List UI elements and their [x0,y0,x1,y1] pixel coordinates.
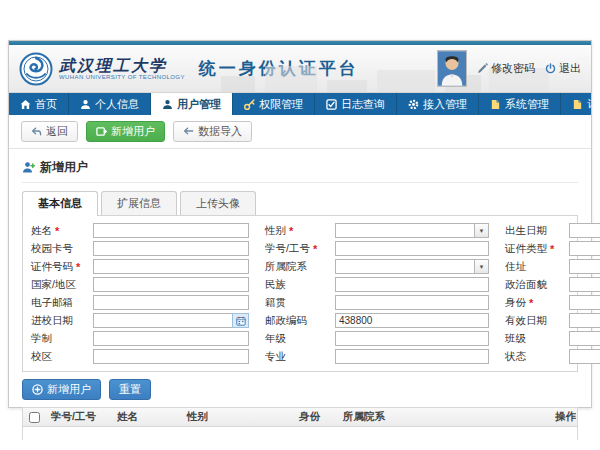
nav-item-user-management[interactable]: 用户管理 [151,93,233,115]
calendar-icon[interactable] [232,313,249,328]
tab-upload-avatar[interactable]: 上传头像 [180,191,256,215]
required-asterisk: * [289,225,293,237]
field-label: 性别* [265,224,335,238]
field-label: 班级 [505,332,569,346]
field-label: 住址 [505,260,569,274]
select-all-checkbox[interactable] [29,412,40,423]
tab-extended-info[interactable]: 扩展信息 [101,191,177,215]
nav-label: 个人信息 [95,97,139,112]
id-type-input[interactable] [569,241,600,256]
users-table: 学号/工号 姓名 性别 身份 所属院系 操作 [22,407,578,440]
required-asterisk: * [76,261,80,273]
col-gender: 性别 [183,410,295,424]
form-actions: 新增用户 重置 [22,379,578,400]
add-user-icon [22,161,35,174]
data-import-button[interactable]: 数据导入 [173,121,252,142]
gear-icon [408,99,419,110]
submit-add-user-button[interactable]: 新增用户 [22,379,101,400]
field-label: 校园卡号 [31,242,93,256]
field-label: 年级 [265,332,335,346]
data-import-label: 数据导入 [198,124,242,139]
field-label: 学制 [31,332,93,346]
postal-code-input[interactable] [335,313,489,328]
basic-info-form: 姓名* 性别*▼ 出生日期 校园卡号 学号/工号* 证件类型* 证件号码* 所属… [22,215,578,372]
back-button[interactable]: 返回 [21,121,78,142]
power-icon [545,63,556,74]
user-icon [80,99,91,110]
nav-item-system-management[interactable]: 系统管理 [479,93,561,115]
entry-date-input[interactable] [93,313,232,328]
app-window: 武汉理工大学 WUHAN UNIVERSITY OF TECHNOLOGY 统一… [8,40,592,408]
nav-item-log-query[interactable]: 日志查询 [315,93,397,115]
add-user-toolbar-button[interactable]: 新增用户 [86,121,165,142]
field-label: 身份* [505,296,569,310]
logout-link[interactable]: 退出 [545,61,581,76]
nav-label: 系统管理 [505,97,549,112]
campus-input[interactable] [93,349,249,364]
field-label: 校区 [31,350,93,364]
identity-input[interactable] [569,295,600,310]
class-input[interactable] [569,331,600,346]
dropdown-arrow-icon[interactable]: ▼ [474,223,489,238]
field-label: 出生日期 [505,224,569,238]
nav-label: 日志查询 [341,97,385,112]
student-id-input[interactable] [335,241,489,256]
logout-label: 退出 [559,61,581,76]
birthdate-input[interactable] [569,223,600,238]
address-input[interactable] [569,259,600,274]
user-avatar [437,50,467,87]
brand: 武汉理工大学 WUHAN UNIVERSITY OF TECHNOLOGY [59,57,185,81]
section-title-row: 新增用户 [22,155,578,183]
submit-add-user-label: 新增用户 [47,382,91,397]
field-label: 所属院系 [265,260,335,274]
field-label: 证件类型* [505,242,569,256]
field-label: 民族 [265,278,335,292]
grade-input[interactable] [335,331,489,346]
id-number-input[interactable] [93,259,249,274]
nav-item-home[interactable]: 首页 [9,93,69,115]
political-status-input[interactable] [569,277,600,292]
required-asterisk: * [55,225,59,237]
country-input[interactable] [93,277,249,292]
users-table-header: 学号/工号 姓名 性别 身份 所属院系 操作 [23,408,577,427]
col-student-id: 学号/工号 [47,410,113,424]
nav-label: 订阅管理 [587,97,600,112]
nav-item-access-management[interactable]: 接入管理 [397,93,479,115]
nav-label: 接入管理 [423,97,467,112]
plus-circle-icon [32,384,43,395]
change-password-link[interactable]: 修改密码 [477,61,535,76]
field-label: 姓名* [31,224,93,238]
field-label: 邮政编码 [265,314,335,328]
nav-item-subscription-management[interactable]: 订阅管理 [561,93,600,115]
schooling-length-input[interactable] [93,331,249,346]
users-icon [162,99,173,110]
reset-button-label: 重置 [119,382,141,397]
ethnicity-input[interactable] [335,277,489,292]
pencil-icon [477,63,488,74]
major-input[interactable] [335,349,489,364]
field-label: 专业 [265,350,335,364]
field-label: 学号/工号* [265,242,335,256]
home-icon [20,99,31,110]
email-input[interactable] [93,295,249,310]
main-nav: 首页 个人信息 用户管理 权限管理 日志查询 接入管理 系统管理 订阅管理 [9,93,591,115]
status-input[interactable] [569,349,600,364]
col-name: 姓名 [113,410,183,424]
native-place-input[interactable] [335,295,489,310]
table-empty-row [23,427,577,440]
change-password-label: 修改密码 [491,61,535,76]
dropdown-arrow-icon[interactable]: ▼ [474,259,489,274]
department-select[interactable] [335,259,474,274]
valid-date-input[interactable] [569,313,600,328]
gender-select[interactable] [335,223,474,238]
tab-basic-info[interactable]: 基本信息 [22,191,98,216]
nav-label: 用户管理 [177,97,221,112]
name-input[interactable] [93,223,249,238]
field-label: 状态 [505,350,569,364]
campus-card-input[interactable] [93,241,249,256]
nav-label: 首页 [35,97,57,112]
reset-button[interactable]: 重置 [109,379,151,400]
nav-item-permission-management[interactable]: 权限管理 [233,93,315,115]
university-logo-icon [19,52,53,86]
nav-item-personal-info[interactable]: 个人信息 [69,93,151,115]
